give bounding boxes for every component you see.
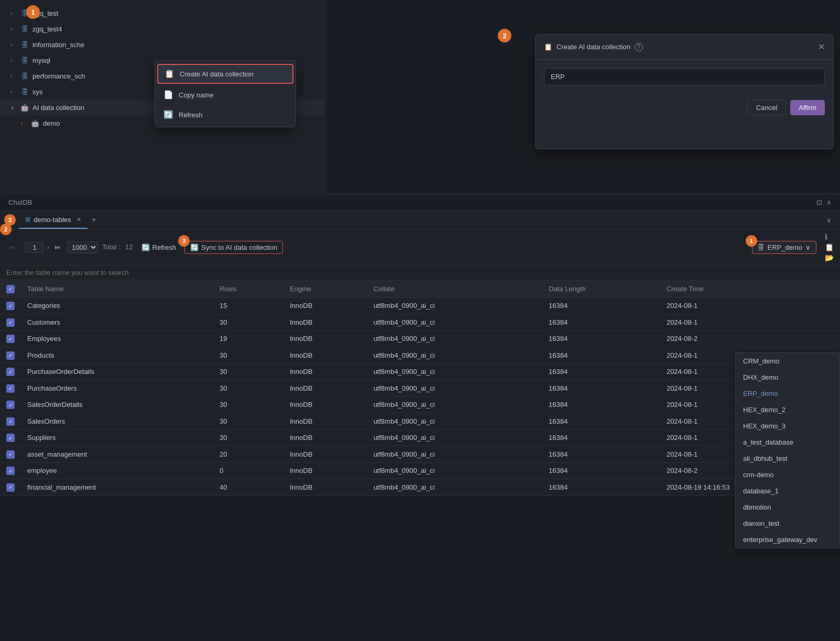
cell-table-name: Suppliers: [21, 429, 213, 446]
row-checkbox-cell: ✓: [0, 429, 21, 446]
next-page-button[interactable]: ›: [45, 242, 51, 252]
first-page-button[interactable]: ⏮: [6, 242, 17, 252]
page-size-select[interactable]: 1000 500 100: [67, 241, 98, 253]
row-checkbox-cell: ✓: [0, 330, 21, 347]
cell-table-name: PurchaseOrders: [21, 380, 213, 397]
chevron-down-icon: ∨: [805, 244, 811, 251]
tab-close-icon[interactable]: ✕: [77, 216, 81, 223]
cell-collate: utf8mb4_0900_ai_ci: [367, 396, 542, 413]
chatdb-title: ChatDB: [8, 198, 32, 206]
folder-icon[interactable]: 📂: [825, 253, 834, 262]
dialog-close-button[interactable]: ✕: [818, 42, 825, 52]
help-icon: ?: [635, 43, 643, 51]
row-checkbox-cell: ✓: [0, 446, 21, 463]
chevron-icon: ›: [21, 120, 28, 126]
sidebar-item-information-schema[interactable]: › 🗄 information_sche: [0, 37, 324, 52]
row-checkbox[interactable]: ✓: [6, 450, 15, 459]
sidebar-item-zgq-test4[interactable]: › 🗄 zgq_test4: [0, 21, 324, 37]
refresh-button[interactable]: 🔄 Refresh: [137, 241, 181, 253]
collapse-icon[interactable]: ∧: [826, 198, 832, 206]
add-tab-button[interactable]: +: [88, 211, 101, 229]
cell-collate: utf8mb4_0900_ai_ci: [367, 297, 542, 314]
cell-engine: InnoDB: [283, 363, 367, 380]
badge-bottom-3: 3: [178, 235, 190, 247]
dropdown-item[interactable]: dbmotion: [736, 499, 839, 515]
context-menu-create-ai[interactable]: 📋 Create AI data collection: [157, 64, 293, 84]
dropdown-item[interactable]: a_test_database: [736, 434, 839, 450]
dropdown-item[interactable]: HEX_demo_2: [736, 402, 839, 418]
col-data-length: Data Length: [542, 280, 660, 297]
dropdown-item[interactable]: dianxin_test: [736, 515, 839, 532]
dropdown-item[interactable]: enterprise_gateway_dev: [736, 532, 839, 548]
table-row: ✓ Customers 30 InnoDB utf8mb4_0900_ai_ci…: [0, 314, 840, 331]
row-checkbox[interactable]: ✓: [6, 467, 15, 475]
table-row: ✓ Suppliers 30 InnoDB utf8mb4_0900_ai_ci…: [0, 429, 840, 446]
tab-demo-tables[interactable]: ⊞ demo-tables ✕: [19, 212, 88, 229]
dialog-title: 📋 Create AI data collection ?: [544, 43, 643, 51]
refresh-icon: 🔄: [141, 244, 150, 251]
last-page-button[interactable]: ⏭: [52, 242, 63, 252]
search-row: [0, 266, 840, 280]
row-checkbox[interactable]: ✓: [6, 368, 15, 376]
create-collection-icon: 📋: [165, 69, 174, 79]
row-checkbox[interactable]: ✓: [6, 335, 15, 343]
checkbox-header-cell: ✓: [0, 280, 21, 297]
cell-engine: InnoDB: [283, 446, 367, 463]
db-icon: 🗄: [20, 24, 29, 34]
row-checkbox[interactable]: ✓: [6, 318, 15, 327]
context-menu-copy-name[interactable]: 📄 Copy name: [155, 85, 296, 105]
dropdown-item[interactable]: ali_dbhub_test: [736, 450, 839, 467]
cell-data-length: 16384: [542, 314, 660, 331]
dropdown-item[interactable]: CRM_demo: [736, 353, 839, 369]
info-icon[interactable]: ℹ: [825, 233, 834, 241]
dropdown-item[interactable]: crm-demo: [736, 467, 839, 483]
row-checkbox[interactable]: ✓: [6, 401, 15, 409]
sync-icon: 🔄: [190, 244, 199, 251]
affirm-button[interactable]: Affirm: [790, 100, 825, 115]
prev-page-button[interactable]: ‹: [18, 242, 24, 252]
cancel-button[interactable]: Cancel: [747, 100, 786, 115]
dropdown-item[interactable]: HEX_demo_3: [736, 418, 839, 434]
row-checkbox[interactable]: ✓: [6, 483, 15, 492]
cell-engine: InnoDB: [283, 462, 367, 479]
sidebar-item-zgq-test[interactable]: › 🗄 zgq_test: [0, 5, 324, 21]
cell-data-length: 16384: [542, 413, 660, 430]
cell-rows: 30: [213, 380, 283, 397]
tab-dropdown-icon[interactable]: ∨: [822, 212, 836, 228]
row-checkbox-cell: ✓: [0, 347, 21, 364]
expand-icon[interactable]: ⊡: [816, 198, 822, 206]
cell-table-name: employee: [21, 462, 213, 479]
tabs-bar: 3 ⊞ demo-tables ✕ + ∨: [0, 211, 840, 229]
dialog-body: [536, 60, 833, 94]
row-checkbox[interactable]: ✓: [6, 302, 15, 310]
context-menu: 📋 Create AI data collection 📄 Copy name …: [155, 60, 296, 127]
row-checkbox[interactable]: ✓: [6, 434, 15, 442]
page-number-input[interactable]: [25, 242, 44, 253]
chevron-icon: ›: [10, 42, 18, 48]
select-all-checkbox[interactable]: ✓: [6, 285, 15, 293]
chevron-icon: ›: [10, 58, 18, 63]
row-checkbox[interactable]: ✓: [6, 351, 15, 360]
dropdown-item[interactable]: DHX_demo: [736, 369, 839, 385]
row-checkbox[interactable]: ✓: [6, 384, 15, 393]
col-engine: Engine: [283, 280, 367, 297]
cell-engine: InnoDB: [283, 314, 367, 331]
history-icon[interactable]: 📋: [825, 243, 834, 251]
table-row: ✓ asset_management 20 InnoDB utf8mb4_090…: [0, 446, 840, 463]
table-row: ✓ PurchaseOrderDetails 30 InnoDB utf8mb4…: [0, 363, 840, 380]
sync-to-ai-button[interactable]: 🔄 Sync to AI data collection: [184, 241, 283, 254]
database-dropdown: CRM_demoDHX_demoERP_demoHEX_demo_2HEX_de…: [735, 352, 840, 548]
collection-name-input[interactable]: [544, 68, 825, 85]
cell-create-time: 2024-08-1: [660, 314, 840, 331]
dropdown-item[interactable]: database_1: [736, 483, 839, 499]
table-search-input[interactable]: [6, 269, 834, 277]
cell-data-length: 16384: [542, 330, 660, 347]
create-ai-collection-dialog: 📋 Create AI data collection ? ✕ Cancel A…: [535, 34, 834, 149]
dropdown-item[interactable]: ERP_demo: [736, 385, 839, 402]
cell-data-length: 16384: [542, 363, 660, 380]
cell-data-length: 16384: [542, 380, 660, 397]
row-checkbox[interactable]: ✓: [6, 417, 15, 426]
cell-table-name: asset_management: [21, 446, 213, 463]
context-menu-refresh[interactable]: 🔄 Refresh: [155, 105, 296, 125]
erp-selector[interactable]: 🗄 ERP_demo ∨: [752, 241, 816, 254]
